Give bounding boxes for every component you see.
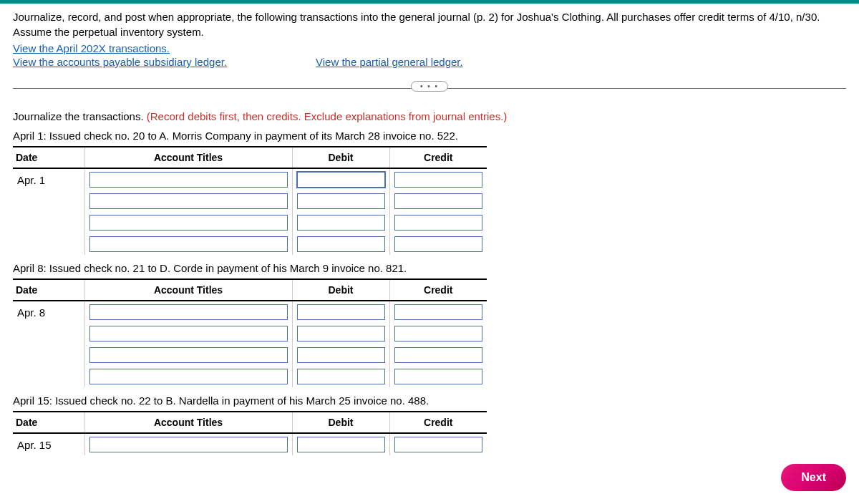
section-heading: Journalize the transactions. (Record deb… [13,110,846,122]
table-row [13,344,487,366]
table-row [13,366,487,387]
credit-input[interactable] [394,347,483,363]
table-row [13,190,487,212]
table-row: Apr. 15 [13,433,487,455]
date-cell [13,366,84,387]
date-cell: Apr. 1 [13,168,84,190]
journal-table: DateAccount TitlesDebitCreditApr. 8 [13,278,487,387]
date-cell [13,212,84,233]
credit-input[interactable] [394,172,483,188]
debit-input[interactable] [297,369,385,384]
header-date: Date [13,147,84,168]
date-cell [13,190,84,212]
debit-input[interactable] [297,172,385,188]
credit-input[interactable] [394,326,483,341]
account-input[interactable] [89,193,288,209]
debit-input[interactable] [297,193,385,209]
reference-links: View the April 202X transactions. View t… [13,42,846,68]
header-debit: Debit [292,147,389,168]
header-account: Account Titles [84,412,292,433]
section-divider: • • • [13,88,846,89]
entry-description: April 8: Issued check no. 21 to D. Corde… [13,262,846,274]
debit-input[interactable] [297,215,385,231]
date-cell [13,233,84,255]
debit-input[interactable] [297,326,385,341]
account-input[interactable] [89,369,288,384]
link-general-ledger[interactable]: View the partial general ledger. [316,56,463,68]
journal-table: DateAccount TitlesDebitCreditApr. 15 [13,411,487,455]
link-transactions[interactable]: View the April 202X transactions. [13,42,846,54]
debit-input[interactable] [297,437,385,452]
header-debit: Debit [292,412,389,433]
section-hint: (Record debits first, then credits. Excl… [147,110,508,122]
date-cell [13,344,84,366]
date-cell: Apr. 15 [13,433,84,455]
credit-input[interactable] [394,369,483,384]
credit-input[interactable] [394,236,483,252]
section-title: Journalize the transactions. [13,110,147,122]
entry-description: April 1: Issued check no. 20 to A. Morri… [13,130,846,142]
credit-input[interactable] [394,193,483,209]
expand-ellipsis[interactable]: • • • [411,81,448,92]
account-input[interactable] [89,437,288,452]
entry-description: April 15: Issued check no. 22 to B. Nard… [13,394,846,407]
credit-input[interactable] [394,437,483,452]
table-row: Apr. 1 [13,168,487,190]
journal-table: DateAccount TitlesDebitCreditApr. 1 [13,146,487,255]
debit-input[interactable] [297,347,385,363]
main-content: Journalize, record, and post when approp… [0,4,859,455]
account-input[interactable] [89,304,288,320]
table-row [13,212,487,233]
account-input[interactable] [89,347,288,363]
date-cell: Apr. 8 [13,301,84,323]
account-input[interactable] [89,326,288,341]
journal-entries: April 1: Issued check no. 20 to A. Morri… [13,130,846,455]
problem-instructions: Journalize, record, and post when approp… [13,9,846,39]
header-credit: Credit [389,279,487,301]
account-input[interactable] [89,236,288,252]
header-account: Account Titles [84,147,292,168]
date-cell [13,323,84,344]
table-row [13,233,487,255]
debit-input[interactable] [297,236,385,252]
link-ap-ledger[interactable]: View the accounts payable subsidiary led… [13,56,227,68]
header-account: Account Titles [84,279,292,301]
debit-input[interactable] [297,304,385,320]
credit-input[interactable] [394,304,483,320]
header-credit: Credit [389,412,487,433]
table-row: Apr. 8 [13,301,487,323]
table-row [13,323,487,344]
account-input[interactable] [89,172,288,188]
next-button[interactable]: Next [781,464,846,491]
credit-input[interactable] [394,215,483,231]
header-debit: Debit [292,279,389,301]
header-date: Date [13,412,84,433]
account-input[interactable] [89,215,288,231]
header-date: Date [13,279,84,301]
header-credit: Credit [389,147,487,168]
